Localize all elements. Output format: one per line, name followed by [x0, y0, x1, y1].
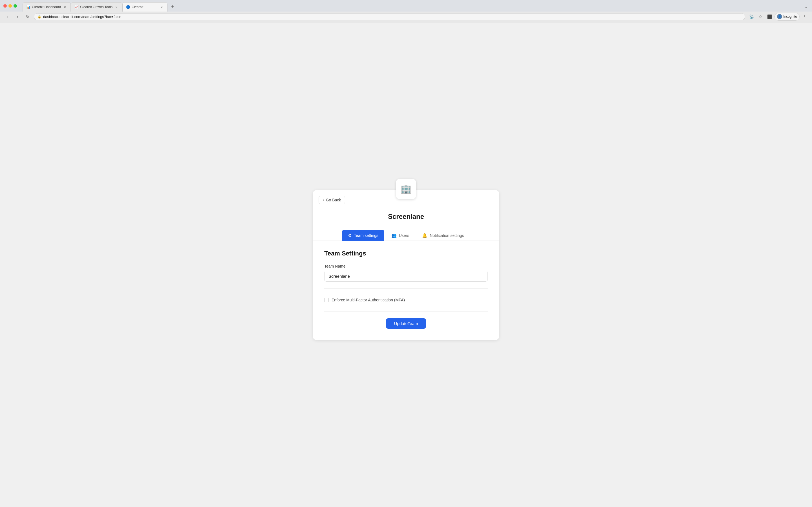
card-body: Team Settings Team Name Enforce Multi-Fa… — [313, 241, 499, 340]
team-settings-icon: ⚙ — [348, 233, 352, 238]
profile-label: Incognito — [783, 15, 797, 18]
tab-bar: 📊 Clearbit Dashboard ✕ 📈 Clearbit Growth… — [20, 0, 812, 11]
lock-icon: 🔒 — [38, 15, 42, 18]
tab3-label: Clearbit — [132, 5, 158, 9]
users-icon: 👥 — [391, 233, 397, 238]
browser-tab-2[interactable]: 📈 Clearbit Growth Tools ✕ — [71, 2, 122, 11]
tabs-nav: ⚙ Team settings 👥 Users 🔔 Notification s… — [313, 230, 499, 241]
team-name-label: Team Name — [324, 264, 488, 269]
window-maximize-btn[interactable] — [13, 4, 17, 8]
go-back-chevron: ‹ — [323, 198, 324, 202]
browser-actions: 📡 ☆ ⬛ 👤 Incognito ⋮ — [748, 13, 809, 20]
tab-team-settings-label: Team settings — [354, 233, 378, 238]
tab-team-settings[interactable]: ⚙ Team settings — [342, 230, 384, 241]
browser-tab-1[interactable]: 📊 Clearbit Dashboard ✕ — [22, 2, 71, 11]
tab2-favicon: 📈 — [74, 5, 79, 9]
notification-icon: 🔔 — [422, 233, 427, 238]
mfa-checkbox[interactable] — [324, 298, 329, 302]
tab3-close[interactable]: ✕ — [159, 5, 164, 9]
tab2-label: Clearbit Growth Tools — [80, 5, 112, 9]
tab-users[interactable]: 👥 Users — [386, 230, 415, 241]
back-btn[interactable]: ‹ — [3, 13, 11, 20]
tab1-favicon: 📊 — [26, 5, 30, 9]
profile-icon: 👤 — [777, 14, 782, 19]
company-logo-wrapper: 🏢 — [396, 179, 416, 199]
go-back-label: Go Back — [326, 198, 341, 202]
form-divider-1 — [324, 288, 488, 289]
window-minimize-btn[interactable] — [8, 4, 12, 8]
address-bar-row: ‹ › ↻ 🔒 dashboard.clearbit.com/team/sett… — [0, 11, 812, 23]
mfa-label[interactable]: Enforce Multi-Factor Authentication (MFA… — [332, 298, 405, 302]
settings-card: 🏢 ‹ Go Back Screenlane ⚙ Team settings 👥… — [313, 190, 499, 340]
tab-notification-settings-label: Notification settings — [430, 233, 464, 238]
page-content: 🏢 ‹ Go Back Screenlane ⚙ Team settings 👥… — [0, 23, 812, 507]
profile-btn[interactable]: 👤 Incognito — [774, 13, 800, 20]
browser-chrome: 📊 Clearbit Dashboard ✕ 📈 Clearbit Growth… — [0, 0, 812, 23]
tab-notification-settings[interactable]: 🔔 Notification settings — [416, 230, 470, 241]
company-logo-icon: 🏢 — [400, 184, 412, 194]
tab-users-label: Users — [399, 233, 409, 238]
window-controls — [0, 0, 20, 11]
extensions-btn[interactable]: ⬛ — [765, 13, 773, 20]
team-name-input[interactable] — [324, 271, 488, 282]
mfa-row: Enforce Multi-Factor Authentication (MFA… — [324, 295, 488, 304]
company-name: Screenlane — [313, 207, 499, 230]
section-title: Team Settings — [324, 250, 488, 257]
update-team-button[interactable]: UpdateTeam — [386, 318, 426, 329]
cast-btn[interactable]: 📡 — [748, 13, 755, 20]
form-divider-2 — [324, 311, 488, 312]
url-text: dashboard.clearbit.com/team/settings?bar… — [43, 15, 742, 19]
address-bar[interactable]: 🔒 dashboard.clearbit.com/team/settings?b… — [34, 13, 745, 20]
tab3-favicon: 🔵 — [126, 5, 130, 9]
menu-btn[interactable]: ⋮ — [801, 13, 809, 20]
browser-tab-3[interactable]: 🔵 Clearbit ✕ — [122, 2, 167, 11]
go-back-button[interactable]: ‹ Go Back — [319, 196, 345, 204]
forward-btn[interactable]: › — [13, 13, 21, 20]
tab-expand-btn[interactable]: ⌄ — [802, 4, 810, 10]
tab1-close[interactable]: ✕ — [63, 5, 67, 9]
tab2-close[interactable]: ✕ — [114, 5, 119, 9]
bookmark-btn[interactable]: ☆ — [756, 13, 764, 20]
tab1-label: Clearbit Dashboard — [32, 5, 61, 9]
team-name-group: Team Name — [324, 264, 488, 282]
new-tab-btn[interactable]: + — [168, 3, 176, 11]
window-close-btn[interactable] — [3, 4, 7, 8]
reload-btn[interactable]: ↻ — [24, 13, 32, 20]
